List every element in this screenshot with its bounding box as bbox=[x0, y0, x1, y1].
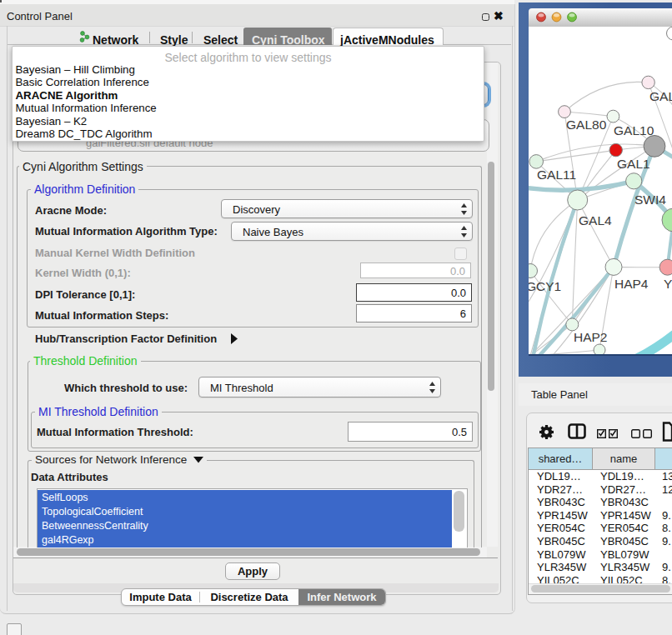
svg-text:HAP4: HAP4 bbox=[614, 277, 649, 291]
svg-text:HAP2: HAP2 bbox=[574, 330, 608, 344]
svg-text:GAL80: GAL80 bbox=[566, 118, 607, 132]
svg-text:GAL10: GAL10 bbox=[614, 123, 654, 138]
svg-text:GAL1: GAL1 bbox=[617, 157, 650, 171]
svg-text:GAL11: GAL11 bbox=[537, 168, 576, 182]
svg-text:GCY1: GCY1 bbox=[529, 279, 561, 293]
svg-text:SWI4: SWI4 bbox=[634, 192, 666, 207]
svg-text:GAL4: GAL4 bbox=[579, 213, 612, 228]
svg-text:GAL7: GAL7 bbox=[649, 89, 672, 103]
svg-text:Y: Y bbox=[664, 277, 672, 291]
